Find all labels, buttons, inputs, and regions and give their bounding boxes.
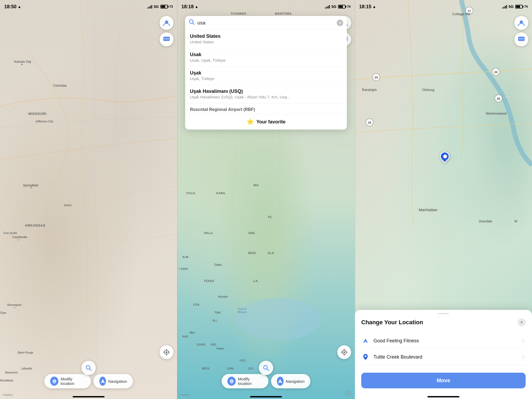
map-label-baton-rouge: Baton Rouge [18, 351, 33, 354]
network-type-2: 5G [331, 5, 336, 9]
map-label-xalapa: Xalapa [216, 347, 224, 350]
favorite-star: ⭐ [247, 118, 254, 125]
bottom-bar-1: Modify location Navigation [44, 374, 133, 388]
map-label-zeandale: Zeandale [479, 219, 492, 223]
svg-point-45 [519, 38, 520, 39]
modify-location-button-1[interactable]: Modify location [44, 374, 91, 388]
map-label-lafayette: Lafayette [21, 367, 32, 370]
map-label-cam: CAM. [227, 367, 234, 370]
map-label-hid: HID. [211, 343, 217, 346]
navigation-button-1[interactable]: Navigation [93, 374, 133, 388]
panel-1: MISSOURI ARKANSAS Kansas City Columbia J… [0, 0, 177, 399]
locate-button-1[interactable] [160, 345, 173, 359]
svg-line-12 [89, 369, 91, 371]
search-result-united-states[interactable]: United States United States [185, 30, 347, 48]
search-result-usak[interactable]: Usak Usak, Uşak, Türkiye [185, 48, 347, 66]
battery-num-3: 74 [524, 5, 528, 9]
chat-button-1[interactable] [160, 32, 173, 46]
search-pill-2[interactable] [259, 361, 273, 375]
info-button-2[interactable]: ℹ [345, 390, 351, 396]
battery-num-2: 74 [347, 5, 351, 9]
svg-point-3 [166, 38, 167, 39]
sheet-close-button[interactable]: × [518, 318, 526, 326]
panel-divider-1 [177, 0, 178, 399]
svg-line-30 [267, 369, 269, 371]
svg-point-6 [166, 351, 167, 353]
svg-point-48 [365, 355, 367, 357]
map-label-qr: Q.R. [248, 367, 254, 370]
map-label-fayetteville: Fayetteville [13, 235, 27, 239]
map-label-springfield: Springfield [23, 184, 38, 187]
modify-location-button-2[interactable]: Modify location [222, 374, 268, 388]
search-dropdown: usa ✕ United States United States Usak U… [185, 16, 347, 130]
favorite-label: Your favorite [256, 119, 286, 125]
map-label-tam: TAM. [214, 311, 221, 314]
move-button[interactable]: Move [361, 373, 526, 388]
status-right-2: 5G 74 [325, 5, 351, 9]
panel-2: Gulf ofMexico COLO. KANS. MO. OKLA. ARK.… [177, 0, 355, 399]
map-background-1: MISSOURI ARKANSAS Kansas City Columbia J… [0, 0, 177, 399]
map-label-houston: Houston [218, 295, 228, 298]
status-time-1: 18:50 ▲ [4, 4, 21, 10]
search-result-partial[interactable]: Roscntal Regional Airport (RBF) [185, 103, 347, 114]
home-bar-3 [427, 396, 459, 397]
svg-text:24: 24 [494, 70, 498, 74]
svg-text:24: 24 [375, 76, 378, 79]
map-label-colo: COLO. [186, 192, 196, 195]
battery-icon-1 [160, 5, 168, 9]
avatar-button-3[interactable] [514, 16, 528, 30]
navigation-button-2[interactable]: Navigation [271, 374, 311, 388]
battery-num-1: 73 [169, 5, 173, 9]
svg-point-46 [521, 38, 522, 39]
status-bar-1: 18:50 ▲ 5G 73 [0, 0, 177, 13]
good-feeling-fitness-label: Good Feeling Fitness [373, 338, 517, 344]
modify-label-2: Modify location [238, 377, 262, 386]
mapbox-logo-1: mapbox [3, 393, 13, 396]
navigation-label-1: Navigation [108, 379, 127, 384]
map-label-columbia: Columbia [53, 84, 67, 88]
navigation-icon-1 [99, 377, 106, 386]
map-label-kansas-city: Kansas City [14, 60, 31, 64]
map-label-w: W [514, 219, 517, 223]
map-label-nay: NAY. [182, 335, 189, 338]
chat-button-3[interactable] [514, 32, 528, 46]
avatar-button-1[interactable] [160, 16, 173, 30]
signal-bars-1 [147, 5, 152, 9]
map-label-la: LA. [253, 279, 259, 282]
location-item-tuttle-creek[interactable]: Tuttle Creek Boulevard ☆ [361, 349, 526, 365]
tuttle-creek-star[interactable]: ☆ [521, 354, 526, 360]
map-pin [440, 152, 450, 164]
map-label-tyler: Tyler [0, 311, 6, 314]
map-label-yuc: YUC. [239, 359, 246, 362]
status-time-2: 18:18 ▲ [181, 4, 198, 10]
favorite-section[interactable]: ⭐ Your favorite [185, 114, 347, 130]
svg-point-37 [366, 119, 373, 126]
search-result-airport[interactable]: Uşak Havalimanı (USQ) Uşak Havalimanı (U… [185, 85, 347, 103]
map-label-manhattan: Manhattan [419, 207, 438, 212]
sheet-header: Change Your Location × [361, 318, 526, 326]
change-location-sheet: Change Your Location × Good Feeling Fitn… [355, 310, 532, 399]
map-label-missouri: MISSOURI [28, 112, 47, 116]
status-bar-2: 18:18 ▲ 5G 74 [177, 0, 355, 13]
nav-arrow-2: ▲ [195, 5, 198, 9]
good-feeling-star[interactable]: ☆ [521, 338, 526, 344]
home-bar-2 [250, 396, 282, 397]
svg-line-17 [193, 23, 194, 24]
tuttle-creek-label: Tuttle Creek Boulevard [373, 354, 517, 360]
svg-point-4 [168, 38, 169, 39]
svg-point-35 [492, 68, 500, 76]
search-result-usak2[interactable]: Uşak Uşak, Türkiye [185, 66, 347, 85]
search-bar[interactable]: usa ✕ [185, 16, 347, 30]
location-item-good-feeling[interactable]: Good Feeling Fitness ☆ [361, 333, 526, 349]
battery-icon-3 [515, 5, 523, 9]
map-label-mich: MICH. [202, 367, 210, 370]
map-label-coa: COA. [193, 303, 200, 306]
search-pill-1[interactable] [81, 361, 96, 375]
svg-point-2 [164, 38, 165, 39]
map-label-ala: ALA [268, 251, 274, 255]
locate-button-2[interactable] [337, 345, 351, 359]
navigation-icon-2 [277, 377, 284, 386]
map-label-olsburg: Olsburg [422, 88, 434, 92]
search-clear-button[interactable]: ✕ [337, 20, 343, 26]
map-label-dallas: Dallas [214, 263, 222, 266]
